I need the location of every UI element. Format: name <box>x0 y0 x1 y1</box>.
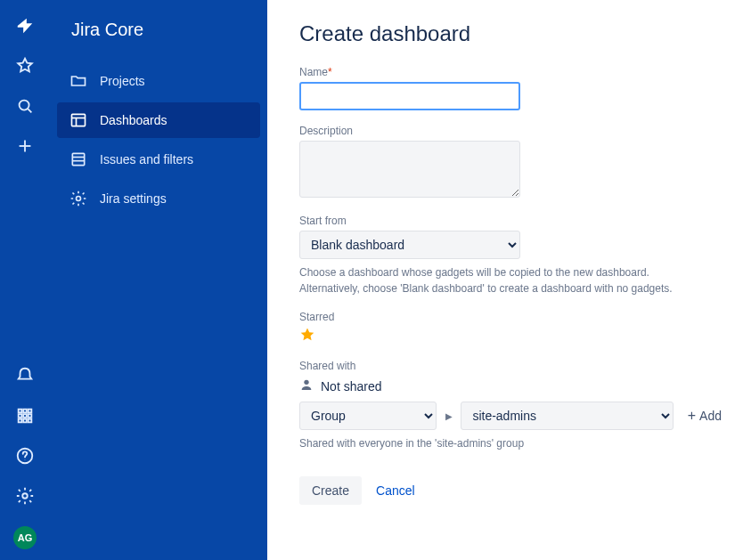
add-share-button[interactable]: + Add <box>688 409 722 423</box>
gear-icon <box>69 190 87 207</box>
stack-icon <box>69 150 87 168</box>
svg-point-22 <box>77 197 81 201</box>
svg-point-14 <box>25 459 26 460</box>
share-type-select[interactable]: Group <box>299 402 437 430</box>
help-icon[interactable] <box>15 446 35 468</box>
share-group-select[interactable]: site-admins <box>461 402 673 430</box>
user-avatar[interactable]: AG <box>13 526 37 549</box>
name-field: Name* <box>299 66 722 110</box>
plus-icon[interactable] <box>15 136 35 158</box>
create-button[interactable]: Create <box>299 476 362 505</box>
form-actions: Create Cancel <box>299 476 722 505</box>
sidebar-item-label: Projects <box>100 74 145 88</box>
svg-rect-5 <box>23 410 27 413</box>
start-from-label: Start from <box>299 215 722 227</box>
sidebar-item-label: Issues and filters <box>100 152 193 166</box>
star-icon[interactable] <box>15 56 35 78</box>
svg-rect-9 <box>29 414 32 418</box>
shared-help: Shared with everyone in the 'site-admins… <box>299 435 691 451</box>
notification-icon[interactable] <box>15 366 35 388</box>
start-from-select[interactable]: Blank dashboard <box>299 231 520 259</box>
search-icon[interactable] <box>15 96 35 118</box>
start-from-help: Choose a dashboard whose gadgets will be… <box>299 264 691 296</box>
sidebar-item-settings[interactable]: Jira settings <box>57 181 260 216</box>
folder-icon <box>69 72 87 90</box>
start-from-field: Start from Blank dashboard Choose a dash… <box>299 215 722 296</box>
app-logo-icon[interactable] <box>15 16 35 38</box>
description-input[interactable] <box>299 141 520 198</box>
plus-icon: + <box>688 409 696 423</box>
svg-rect-19 <box>72 153 84 165</box>
star-filled-icon[interactable] <box>299 331 315 345</box>
shared-with-field: Shared with Not shared Group ▶ site-admi… <box>299 360 722 451</box>
sidebar-item-label: Dashboards <box>100 113 167 127</box>
shared-status: Not shared <box>321 379 381 394</box>
cancel-button[interactable]: Cancel <box>376 483 415 498</box>
description-label: Description <box>299 125 722 137</box>
global-rail: AG <box>0 0 50 560</box>
svg-rect-10 <box>19 419 22 423</box>
product-title: Jira Core <box>71 20 260 40</box>
page-title: Create dashboard <box>299 21 722 46</box>
name-input[interactable] <box>299 82 520 110</box>
svg-rect-7 <box>19 414 22 418</box>
svg-rect-12 <box>29 419 32 423</box>
chevron-right-icon: ▶ <box>442 409 455 423</box>
svg-rect-4 <box>19 410 22 413</box>
person-icon <box>299 377 314 394</box>
sidebar-item-label: Jira settings <box>100 191 167 206</box>
sidebar-item-projects[interactable]: Projects <box>57 63 260 99</box>
sidebar-item-issues[interactable]: Issues and filters <box>57 142 260 177</box>
shared-with-label: Shared with <box>299 360 722 372</box>
svg-rect-6 <box>29 410 32 413</box>
dashboard-icon <box>69 111 87 129</box>
main-content: Create dashboard Name* Description Start… <box>267 0 743 560</box>
starred-label: Starred <box>299 311 722 323</box>
settings-gear-icon[interactable] <box>15 486 35 508</box>
svg-rect-11 <box>23 419 27 423</box>
svg-rect-8 <box>23 414 27 418</box>
apps-icon[interactable] <box>15 406 35 428</box>
svg-point-0 <box>20 101 29 110</box>
sidebar: Jira Core Projects Dashboards Issues and… <box>50 0 267 560</box>
svg-point-15 <box>22 493 28 499</box>
name-label: Name* <box>299 66 722 78</box>
sidebar-item-dashboards[interactable]: Dashboards <box>57 102 260 138</box>
starred-field: Starred <box>299 311 722 345</box>
description-field: Description <box>299 125 722 200</box>
svg-point-23 <box>304 380 308 385</box>
svg-line-1 <box>28 109 31 112</box>
svg-rect-16 <box>72 114 86 126</box>
